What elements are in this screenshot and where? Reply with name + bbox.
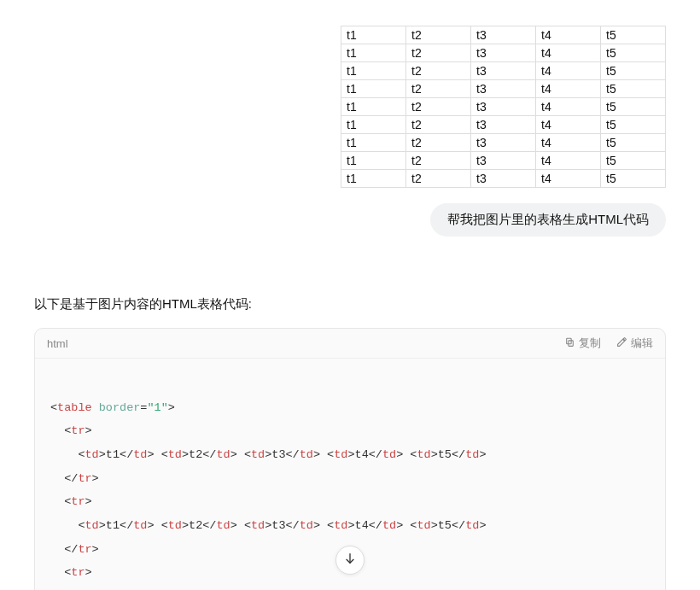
- edit-label: 编辑: [631, 336, 653, 351]
- table-cell: t2: [406, 80, 471, 98]
- table-cell: t2: [406, 134, 471, 152]
- table-cell: t4: [536, 98, 601, 116]
- table-cell: t5: [601, 98, 666, 116]
- table-cell: t4: [536, 116, 601, 134]
- table-cell: t2: [406, 44, 471, 62]
- table-cell: t5: [601, 116, 666, 134]
- table-cell: t4: [536, 134, 601, 152]
- chat-container: t1t2t3t4t5t1t2t3t4t5t1t2t3t4t5t1t2t3t4t5…: [0, 0, 700, 590]
- copy-icon: [564, 336, 575, 350]
- code-line: <td>t1</td> <td>t2</td> <td>t3</td> <td>…: [50, 585, 650, 590]
- table-cell: t4: [536, 62, 601, 80]
- edit-icon: [616, 336, 627, 350]
- table-cell: t1: [341, 116, 406, 134]
- code-header: html 复制 编辑: [35, 329, 665, 359]
- table-row: t1t2t3t4t5: [341, 62, 666, 80]
- table-cell: t1: [341, 44, 406, 62]
- arrow-down-icon: [343, 552, 357, 569]
- table-row: t1t2t3t4t5: [341, 170, 666, 188]
- table-cell: t5: [601, 134, 666, 152]
- table-cell: t2: [406, 98, 471, 116]
- table-cell: t5: [601, 44, 666, 62]
- code-line: <table border="1">: [50, 396, 650, 420]
- table-cell: t3: [471, 62, 536, 80]
- code-line: <tr>: [50, 419, 650, 443]
- scroll-to-bottom-button[interactable]: [335, 546, 365, 575]
- table-cell: t1: [341, 98, 406, 116]
- code-line: [50, 372, 650, 396]
- table-cell: t1: [341, 134, 406, 152]
- table-row: t1t2t3t4t5: [341, 152, 666, 170]
- copy-code-button[interactable]: 复制: [564, 336, 601, 351]
- table-cell: t3: [471, 134, 536, 152]
- user-message-bubble: 帮我把图片里的表格生成HTML代码: [430, 203, 666, 237]
- code-language-label: html: [47, 337, 68, 350]
- code-line: <tr>: [50, 490, 650, 514]
- table-row: t1t2t3t4t5: [341, 98, 666, 116]
- table-cell: t3: [471, 26, 536, 44]
- table-cell: t3: [471, 80, 536, 98]
- table-row: t1t2t3t4t5: [341, 80, 666, 98]
- table-row: t1t2t3t4t5: [341, 26, 666, 44]
- table-row: t1t2t3t4t5: [341, 44, 666, 62]
- table-cell: t1: [341, 26, 406, 44]
- code-line: </tr>: [50, 467, 650, 491]
- table-cell: t3: [471, 98, 536, 116]
- assistant-intro-text: 以下是基于图片内容的HTML表格代码:: [34, 296, 666, 313]
- table-cell: t4: [536, 44, 601, 62]
- table-cell: t2: [406, 26, 471, 44]
- table-cell: t2: [406, 62, 471, 80]
- table-cell: t1: [341, 80, 406, 98]
- table-cell: t5: [601, 62, 666, 80]
- user-message-region: t1t2t3t4t5t1t2t3t4t5t1t2t3t4t5t1t2t3t4t5…: [0, 0, 700, 237]
- table-cell: t3: [471, 170, 536, 188]
- user-message-text: 帮我把图片里的表格生成HTML代码: [447, 212, 649, 226]
- table-cell: t4: [536, 152, 601, 170]
- table-cell: t5: [601, 170, 666, 188]
- table-cell: t3: [471, 116, 536, 134]
- table-row: t1t2t3t4t5: [341, 116, 666, 134]
- table-row: t1t2t3t4t5: [341, 134, 666, 152]
- code-line: <td>t1</td> <td>t2</td> <td>t3</td> <td>…: [50, 514, 650, 538]
- table-cell: t5: [601, 26, 666, 44]
- table-cell: t3: [471, 152, 536, 170]
- copy-label: 复制: [579, 336, 601, 351]
- edit-code-button[interactable]: 编辑: [616, 336, 653, 351]
- table-cell: t5: [601, 152, 666, 170]
- table-cell: t2: [406, 116, 471, 134]
- table-cell: t1: [341, 170, 406, 188]
- table-cell: t5: [601, 80, 666, 98]
- table-cell: t2: [406, 152, 471, 170]
- table-cell: t1: [341, 62, 406, 80]
- user-attached-table: t1t2t3t4t5t1t2t3t4t5t1t2t3t4t5t1t2t3t4t5…: [341, 26, 666, 188]
- code-line: <td>t1</td> <td>t2</td> <td>t3</td> <td>…: [50, 443, 650, 467]
- table-cell: t4: [536, 170, 601, 188]
- table-cell: t4: [536, 26, 601, 44]
- table-cell: t1: [341, 152, 406, 170]
- table-cell: t3: [471, 44, 536, 62]
- table-cell: t4: [536, 80, 601, 98]
- table-cell: t2: [406, 170, 471, 188]
